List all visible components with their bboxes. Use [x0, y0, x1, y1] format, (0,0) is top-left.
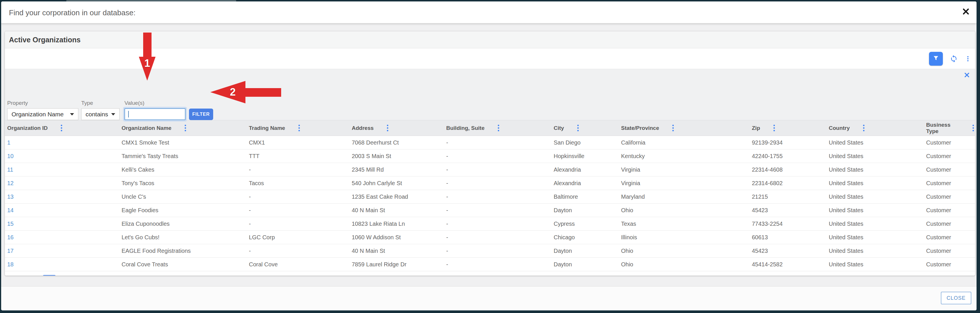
table-row: 10Tammie's Tasty TreatsTTT2003 S Main St…	[5, 149, 975, 163]
dropdown-caret-icon	[111, 113, 115, 116]
table-row: 1CMX1 Smoke TestCMX17068 Deerhurst Ct-Sa…	[5, 136, 975, 149]
column-menu-icon[interactable]	[496, 124, 500, 132]
dialog-close-icon[interactable]	[962, 7, 970, 16]
table-cell: United States	[826, 139, 924, 146]
table-cell: 45423	[749, 248, 826, 254]
column-menu-icon[interactable]	[297, 124, 301, 132]
table-cell: United States	[826, 180, 924, 187]
table-cell: Customer	[924, 221, 975, 227]
table-cell: 45414-2582	[749, 261, 826, 268]
table-cell: -	[247, 194, 349, 200]
property-selected-value: Organization Name	[11, 111, 64, 118]
table-row: 17EAGLE Food Registrations-40 N Main St-…	[5, 244, 975, 258]
filter-button[interactable]: FILTER	[189, 108, 213, 120]
table-cell: Dayton	[551, 207, 619, 214]
table-cell: -	[444, 180, 551, 187]
column-header: Address	[349, 124, 444, 132]
values-field: Value(s)	[124, 100, 186, 120]
org-id-link[interactable]: 18	[5, 261, 119, 268]
table-cell: TTT	[247, 153, 349, 159]
type-select[interactable]: contains	[81, 108, 119, 120]
table-cell: Tony's Tacos	[119, 180, 247, 187]
refresh-icon[interactable]	[950, 55, 958, 63]
table-cell: 45423	[749, 207, 826, 214]
table-cell: Chicago	[551, 234, 619, 241]
page-size-option[interactable]: 10	[43, 275, 56, 276]
table-cell: -	[444, 207, 551, 214]
org-id-link[interactable]: 1	[5, 139, 119, 146]
column-menu-icon[interactable]	[671, 124, 675, 132]
table-cell: Alexandria	[551, 180, 619, 187]
table-cell: Customer	[924, 180, 975, 187]
arrow-shaft	[245, 88, 281, 97]
table-cell: Tacos	[247, 180, 349, 187]
dialog-footer: CLOSE	[1, 286, 977, 310]
dropdown-caret-icon	[70, 113, 74, 116]
table-cell: United States	[826, 194, 924, 200]
column-header-label: City	[554, 125, 564, 131]
org-id-link[interactable]: 14	[5, 207, 119, 214]
table-cell: Customer	[924, 194, 975, 200]
org-id-link[interactable]: 10	[5, 153, 119, 159]
column-menu-icon[interactable]	[183, 124, 187, 132]
table-cell: 7859 Laurel Ridge Dr	[349, 261, 444, 268]
org-id-link[interactable]: 11	[5, 167, 119, 173]
column-menu-icon[interactable]	[60, 124, 64, 132]
table-cell: 7068 Deerhurst Ct	[349, 139, 444, 146]
table-cell: Customer	[924, 167, 975, 173]
org-id-link[interactable]: 17	[5, 248, 119, 254]
table-cell: Kelli's Cakes	[119, 167, 247, 173]
table-cell: Texas	[619, 221, 749, 227]
org-id-link[interactable]: 13	[5, 194, 119, 200]
table-cell: 540 John Carlyle St	[349, 180, 444, 187]
column-header: Building, Suite	[444, 124, 551, 132]
table-cell: -	[247, 207, 349, 214]
close-button[interactable]: CLOSE	[941, 292, 971, 304]
type-field: Type contains	[81, 100, 119, 120]
filter-toggle-button[interactable]	[929, 52, 943, 66]
table-cell: Uncle C's	[119, 194, 247, 200]
column-menu-icon[interactable]	[862, 124, 865, 132]
table-cell: 1060 W Addison St	[349, 234, 444, 241]
column-menu-icon[interactable]	[576, 124, 580, 132]
table-cell: -	[247, 167, 349, 173]
pagination-bar: SHOW 5102050 1 - 10 of 7,180 «‹12345›»	[5, 271, 975, 276]
arrow-head	[210, 81, 245, 103]
org-id-link[interactable]: 15	[5, 221, 119, 227]
column-header: City	[551, 124, 619, 132]
column-menu-icon[interactable]	[772, 124, 776, 132]
values-input[interactable]	[125, 109, 185, 119]
table-cell: -	[444, 221, 551, 227]
property-field: Property Organization Name	[7, 100, 78, 120]
table-row: 16Let's Go Cubs!LGC Corp1060 W Addison S…	[5, 230, 975, 244]
column-header: Zip	[749, 124, 826, 132]
column-header-label: Organization Name	[122, 125, 172, 131]
table-cell: 22314-6802	[749, 180, 826, 187]
table-cell: -	[444, 248, 551, 254]
table-cell: Ohio	[619, 207, 749, 214]
column-header: Country	[826, 124, 924, 132]
column-menu-icon[interactable]	[386, 124, 390, 132]
table-cell: Coral Cove	[247, 261, 349, 268]
table-cell: 1235 East Cake Road	[349, 194, 444, 200]
more-options-icon[interactable]	[965, 55, 971, 62]
table-cell: Tammie's Tasty Treats	[119, 153, 247, 159]
property-select[interactable]: Organization Name	[7, 108, 78, 120]
column-menu-icon[interactable]	[971, 124, 975, 132]
table-cell: Customer	[924, 261, 975, 268]
filter-panel-close-icon[interactable]	[964, 72, 970, 79]
table-cell: CMX1 Smoke Test	[119, 139, 247, 146]
table-cell: -	[444, 234, 551, 241]
table-cell: Virginia	[619, 180, 749, 187]
table-cell: -	[444, 167, 551, 173]
annotation-step-2: 2	[230, 86, 235, 98]
org-id-link[interactable]: 12	[5, 180, 119, 187]
table-cell: -	[444, 194, 551, 200]
table-cell: Kentucky	[619, 153, 749, 159]
screen-backdrop: Find your corporation in our database: A…	[0, 0, 980, 313]
table-row: 14Eagle Foodies-40 N Main St-DaytonOhio4…	[5, 203, 975, 217]
table-cell: Baltimore	[551, 194, 619, 200]
table-cell: 22314-4608	[749, 167, 826, 173]
column-header: Organization Name	[119, 124, 247, 132]
org-id-link[interactable]: 16	[5, 234, 119, 241]
